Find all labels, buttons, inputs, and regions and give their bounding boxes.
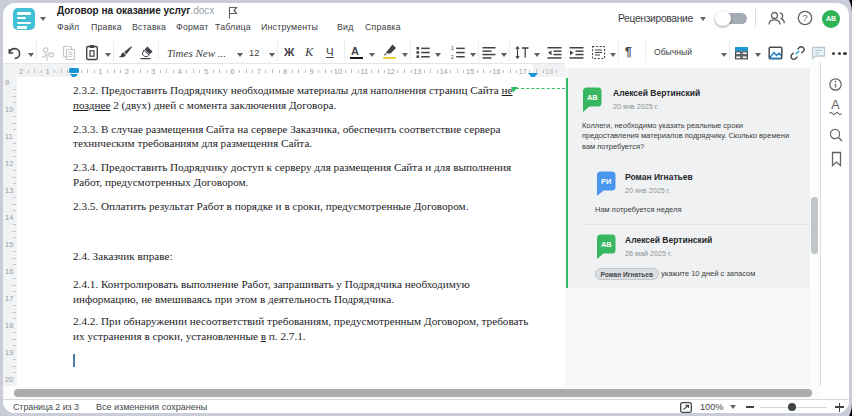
- svg-text:А: А: [831, 98, 840, 112]
- svg-text:1: 1: [451, 46, 454, 51]
- svg-text:РИ: РИ: [601, 177, 611, 186]
- svg-text:АВ: АВ: [601, 240, 612, 249]
- svg-text:АВ: АВ: [587, 93, 598, 102]
- svg-text:2: 2: [451, 54, 454, 59]
- svg-text:?: ?: [802, 12, 807, 23]
